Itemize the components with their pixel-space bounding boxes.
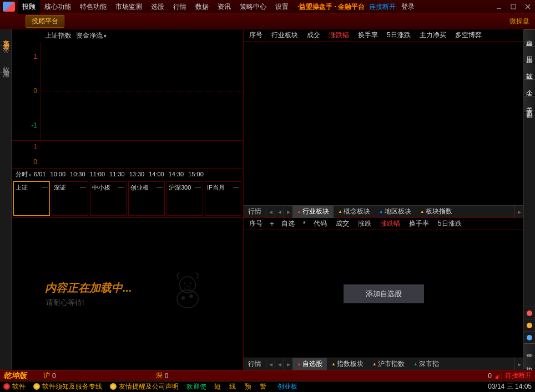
svg-point-5 (184, 287, 190, 290)
nav-more-icon[interactable]: ▸ (514, 206, 523, 218)
col-header[interactable]: 序号 (246, 30, 266, 40)
ticker-welcome[interactable]: 欢迎使 (186, 382, 206, 391)
left-tab-software-usage[interactable]: 软件使用 (0, 57, 12, 73)
footer-tab-3[interactable]: ▲板块指数 (416, 205, 457, 218)
advisor-platform-button[interactable]: 投顾平台 (26, 15, 64, 28)
market-sz-value: 0 (165, 372, 169, 380)
col-header[interactable]: 主力净买 (416, 30, 450, 40)
ticker-software[interactable]: 软件 (3, 382, 26, 391)
minimize-button[interactable] (492, 0, 506, 14)
col-header[interactable]: 代码 (310, 219, 330, 228)
menu-item-3[interactable]: 市场监测 (111, 0, 147, 14)
right-tab-4[interactable]: 关于益盟 (524, 96, 535, 113)
svg-point-10 (527, 335, 532, 340)
market-sz-label[interactable]: 深 (156, 371, 163, 380)
menu-item-9[interactable]: 设置 (271, 0, 293, 14)
svg-point-7 (189, 294, 193, 298)
connection-status[interactable]: 连接断开 (369, 2, 396, 12)
right-tool-icon-1[interactable] (524, 319, 535, 331)
footer-tab-2[interactable]: ▲沪市指数 (368, 358, 409, 370)
menu-item-1[interactable]: 核心功能 (40, 0, 75, 14)
nav-prev-icon[interactable]: ◂ (275, 206, 284, 218)
close-button[interactable] (521, 0, 535, 14)
ticker-reminder[interactable]: 友情提醒及公司声明 (110, 382, 179, 391)
footer-tab-0[interactable]: ▲行业板块 (292, 205, 334, 218)
footer-tab-0[interactable]: ▲自选股 (292, 358, 327, 370)
chart-index-label[interactable]: 上证指数 (45, 31, 72, 40)
col-header[interactable]: 涨跌 (355, 219, 375, 228)
nav-next-icon[interactable]: ▸ (284, 358, 292, 370)
micro-trade-link[interactable]: 微操盘 (509, 17, 529, 26)
chart-main[interactable]: 1 0 -1 (12, 42, 243, 141)
maximize-button[interactable] (506, 0, 521, 14)
left-tab-close-icon[interactable]: ✕ (0, 45, 12, 57)
market-sh-label[interactable]: 沪 (43, 371, 50, 380)
login-link[interactable]: 登录 (401, 2, 415, 12)
col-header[interactable]: 多空博弈 (452, 30, 485, 40)
menu-item-6[interactable]: 数据 (191, 0, 213, 14)
col-header[interactable]: 成交 (304, 30, 324, 40)
index-tab-0[interactable]: 上证— (13, 181, 50, 216)
nav-first-icon[interactable]: ◂ (266, 358, 275, 370)
add-column-icon[interactable]: + (268, 220, 276, 228)
edition-label: 乾坤版 (3, 371, 27, 381)
index-tab-1[interactable]: 深证— (52, 181, 88, 216)
menu-item-7[interactable]: 资讯 (213, 0, 235, 14)
index-tab-5[interactable]: IF当月— (205, 181, 241, 216)
svg-point-9 (527, 323, 532, 328)
add-watchlist-button[interactable]: 添加自选股 (344, 284, 424, 303)
network-icon[interactable] (495, 373, 502, 379)
footer-tab-3[interactable]: ▲深市指 (409, 358, 443, 370)
menu-item-4[interactable]: 选股 (147, 0, 169, 14)
col-header[interactable]: 涨跌幅 (326, 30, 352, 40)
index-tab-2[interactable]: 中小板— (90, 181, 127, 216)
col-header[interactable]: 序号 (246, 219, 266, 228)
star-icon[interactable]: * (300, 220, 308, 228)
cow-mascot-icon (165, 268, 210, 312)
ticker-alert[interactable]: 短 线 预 警 (214, 382, 270, 391)
chart-flow-dropdown[interactable]: 资金净流 (76, 31, 107, 40)
menu-item-8[interactable]: 策略中心 (235, 0, 271, 14)
ticker-notice[interactable]: 软件须知及服务专线 (33, 382, 102, 391)
dot-icon (33, 383, 40, 390)
footer-tab-2[interactable]: ▲地区板块 (375, 205, 416, 218)
right-tab-0[interactable]: 实战指导 (524, 29, 535, 46)
menu-item-0[interactable]: 投顾 (18, 0, 40, 14)
svg-rect-11 (496, 376, 497, 379)
connection-broken-label[interactable]: 连接断开 (505, 371, 532, 380)
right-bottom-tab-0[interactable]: 委托 (524, 343, 535, 357)
footer-label[interactable]: 行情 (244, 359, 266, 369)
col-header[interactable]: 换手率 (406, 219, 432, 228)
col-header[interactable]: 成交 (332, 219, 352, 228)
col-header[interactable]: 换手率 (355, 30, 381, 40)
ticker-gem[interactable]: 创业板 (277, 382, 297, 391)
right-bottom-tab-1[interactable]: 协议 (524, 357, 535, 370)
col-header[interactable]: 涨跌幅 (377, 219, 403, 228)
nav-first-icon[interactable]: ◂ (266, 206, 275, 218)
timeframe-dropdown[interactable]: 分时 (14, 170, 31, 179)
right-tool-icon-2[interactable] (524, 331, 535, 343)
col-header[interactable]: 5日涨跌 (383, 30, 414, 40)
right-tab-2[interactable]: 软件使用 (524, 63, 535, 79)
index-tab-3[interactable]: 创业板— (128, 181, 165, 216)
footer-tab-1[interactable]: ▲概念板块 (334, 205, 375, 218)
chart-mini[interactable]: 1 0 (12, 141, 243, 169)
col-header[interactable]: 自选 (278, 219, 298, 228)
y-tick: 1 (15, 53, 37, 60)
sector-table-body[interactable] (244, 42, 523, 205)
right-tool-icon-0[interactable] (524, 307, 535, 319)
left-tab-market-overview[interactable]: 市场全景 (0, 29, 12, 45)
menu-item-5[interactable]: 行情 (169, 0, 191, 14)
footer-label[interactable]: 行情 (244, 207, 266, 216)
right-tab-1[interactable]: 用户培训 (524, 46, 535, 63)
menu-item-2[interactable]: 特色功能 (75, 0, 111, 14)
nav-prev-icon[interactable]: ◂ (275, 358, 284, 370)
right-tab-3[interactable]: 个人中心 (524, 79, 535, 96)
y-axis-mini: 1 0 (12, 141, 41, 168)
col-header[interactable]: 行业板块 (268, 30, 301, 40)
footer-tab-1[interactable]: ▲指数板块 (327, 358, 368, 370)
nav-more-icon[interactable]: ▸ (514, 358, 523, 370)
nav-next-icon[interactable]: ▸ (284, 206, 292, 218)
col-header[interactable]: 5日涨跌 (435, 219, 465, 228)
index-tab-4[interactable]: 沪深300— (166, 181, 203, 216)
